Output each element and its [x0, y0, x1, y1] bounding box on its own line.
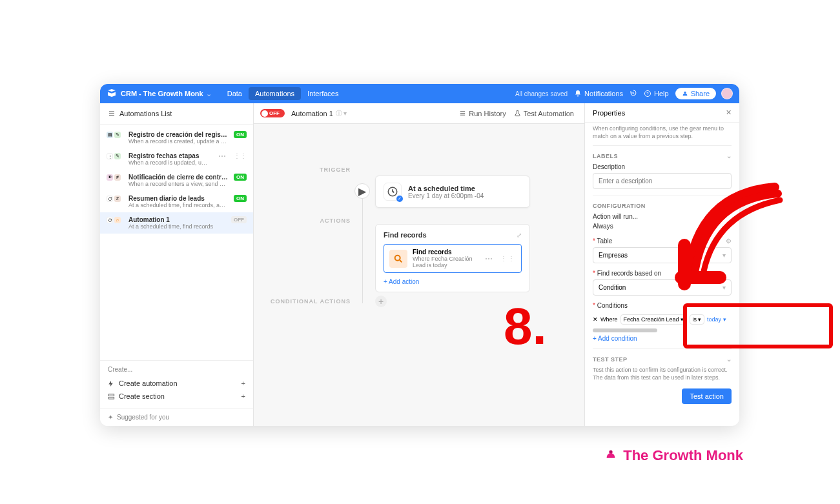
svg-text:?: ?	[646, 92, 649, 96]
run-history-button[interactable]: Run History	[455, 107, 509, 120]
actions-label: ACTIONS	[267, 217, 351, 224]
svg-point-6	[610, 450, 612, 453]
automations-list: ▤✎ Registro de creación del registro Whe…	[100, 125, 253, 360]
chevron-down-icon[interactable]: ⌄	[206, 90, 212, 98]
sidebar-header[interactable]: Automations List	[100, 103, 253, 125]
user-avatar[interactable]	[721, 88, 733, 99]
svg-point-5	[395, 255, 400, 260]
clock-icon: ✓	[384, 183, 402, 201]
add-action-button[interactable]: + Add action	[384, 278, 522, 285]
automations-sidebar: Automations List ▤✎ Registro de creación…	[100, 103, 254, 426]
annotation-arrow	[665, 181, 788, 316]
trigger-node[interactable]: ✓ At a scheduled time Every 1 day at 6:0…	[375, 176, 530, 208]
sparkle-icon: ✦	[108, 414, 113, 421]
search-icon	[389, 250, 407, 268]
annotation-number: 8.	[504, 297, 547, 356]
automation-item[interactable]: ▤✎ Registro de creación del registro Whe…	[100, 127, 253, 148]
test-action-button[interactable]: Test action	[682, 388, 732, 404]
status-badge: ON	[234, 195, 247, 202]
help-button[interactable]: ? Help	[644, 90, 669, 97]
play-circle[interactable]: ▶	[354, 183, 370, 199]
plus-icon: +	[241, 379, 245, 387]
top-bar: CRM - The Growth Monk ⌄ Data Automations…	[100, 84, 739, 103]
status-badge: ON	[234, 174, 247, 181]
brand-watermark: The Growth Monk	[604, 447, 743, 464]
app-window: CRM - The Growth Monk ⌄ Data Automations…	[100, 84, 739, 426]
more-icon[interactable]: ⋯	[218, 152, 226, 160]
more-icon[interactable]: ⋯	[485, 255, 493, 263]
automation-canvas[interactable]: TRIGGER ACTIONS CONDITIONAL ACTIONS ▶ ✓ …	[254, 124, 584, 426]
actions-node[interactable]: Find records ⤢ Find records Where Fecha …	[375, 224, 530, 292]
automation-item[interactable]: 👁# Notificación de cierre de contrato Wh…	[100, 170, 253, 191]
expand-icon[interactable]: ⤢	[517, 232, 522, 239]
tab-data[interactable]: Data	[221, 87, 249, 100]
test-automation-button[interactable]: Test Automation	[510, 107, 578, 120]
automation-item[interactable]: ⋮✎ Registro fechas etapas When a record …	[100, 148, 253, 170]
canvas-area: OFF Automation 1 ⓘ ▾ Run History Test Au…	[254, 103, 584, 426]
chevron-down-icon[interactable]: ▾	[343, 110, 347, 117]
automation-name[interactable]: Automation 1	[291, 110, 333, 117]
svg-rect-3	[108, 397, 114, 399]
conditional-actions-label: CONDITIONAL ACTIONS	[267, 298, 351, 305]
chevron-down-icon[interactable]: ⌄	[726, 356, 732, 363]
monk-icon	[604, 449, 618, 463]
bell-icon	[574, 90, 582, 97]
automation-item[interactable]: ⏱# Resumen diario de leads At a schedule…	[100, 191, 253, 212]
list-icon	[459, 110, 466, 117]
chevron-down-icon[interactable]: ⌄	[726, 152, 732, 159]
bolt-icon	[108, 380, 115, 387]
remove-condition-button[interactable]: ✕	[593, 316, 598, 323]
add-condition-button[interactable]: + Add condition	[593, 335, 732, 342]
info-icon[interactable]: ⓘ	[336, 109, 342, 118]
create-section-button[interactable]: Create section +	[108, 390, 245, 403]
suggested-for-you[interactable]: ✦ Suggested for you	[100, 408, 253, 426]
check-badge-icon: ✓	[396, 196, 403, 202]
save-status: All changes saved	[515, 90, 568, 97]
workspace-title[interactable]: CRM - The Growth Monk	[121, 90, 203, 97]
airtable-logo-icon	[107, 88, 117, 99]
hint-text: When configuring conditions, use the gea…	[593, 123, 732, 145]
panel-title: Properties	[593, 109, 625, 117]
help-icon: ?	[644, 90, 651, 97]
automation-item-selected[interactable]: ⏱⌕ Automation 1 At a scheduled time, fin…	[100, 212, 253, 234]
status-badge: OFF	[231, 216, 247, 223]
automation-toggle[interactable]: OFF	[260, 109, 285, 117]
history-button[interactable]	[630, 90, 637, 97]
plus-icon: +	[241, 392, 245, 400]
drag-icon[interactable]: ⋮⋮	[500, 255, 516, 262]
drag-icon[interactable]: ⋮⋮	[234, 152, 247, 159]
canvas-toolbar: OFF Automation 1 ⓘ ▾ Run History Test Au…	[254, 103, 584, 124]
action-row-find-records[interactable]: Find records Where Fecha Creación Lead i…	[384, 244, 522, 273]
people-icon	[682, 90, 688, 97]
flask-icon	[514, 110, 521, 117]
share-button[interactable]: Share	[675, 88, 716, 99]
create-automation-button[interactable]: Create automation +	[108, 377, 245, 390]
list-icon	[108, 110, 116, 117]
tab-interfaces[interactable]: Interfaces	[301, 87, 345, 100]
notifications-button[interactable]: Notifications	[574, 90, 623, 97]
close-icon[interactable]: ✕	[726, 108, 732, 117]
add-conditional-button[interactable]: +	[375, 296, 387, 307]
svg-rect-2	[108, 394, 114, 396]
tab-automations[interactable]: Automations	[249, 87, 301, 100]
sidebar-footer: Create... Create automation + Create sec…	[100, 360, 253, 408]
condition-value-select[interactable]: today ▾	[707, 316, 726, 323]
trigger-label: TRIGGER	[267, 166, 351, 173]
status-badge: ON	[234, 131, 247, 138]
history-icon	[630, 90, 637, 97]
section-icon	[108, 393, 115, 400]
